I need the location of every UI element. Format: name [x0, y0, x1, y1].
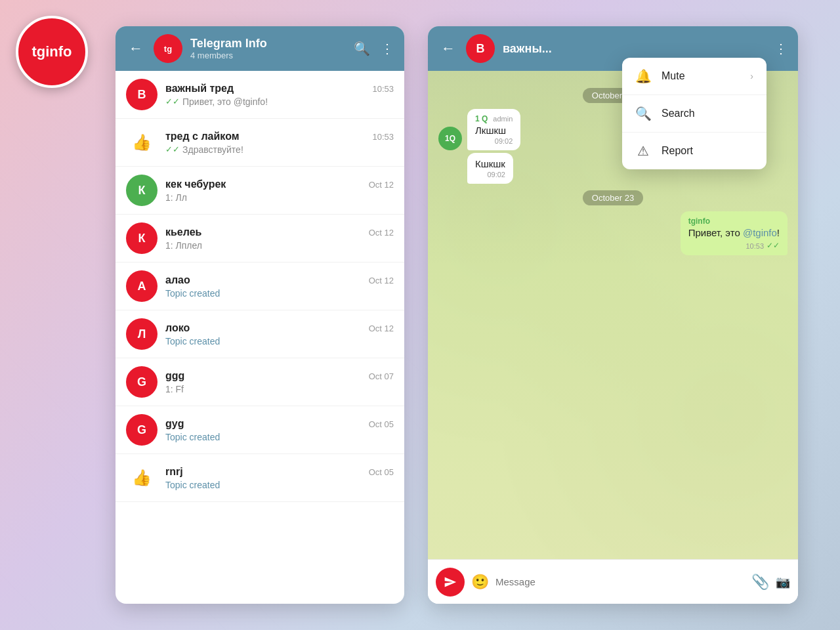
thread-name: тред с лайком [165, 131, 240, 142]
mute-icon: 🔔 [635, 68, 651, 84]
thread-name: локо [165, 322, 190, 334]
context-menu: 🔔 Mute › 🔍 Search ⚠ Report [622, 58, 766, 169]
thread-name: rnrj [165, 466, 183, 478]
thread-preview-row: 1: Лл [165, 192, 394, 203]
thread-content: важный тред 10:53 ✓✓Привет, это @tginfo! [165, 83, 394, 107]
thread-time: Oct 12 [369, 180, 394, 190]
chat-back-button[interactable]: ← [438, 37, 458, 60]
right-panel: ← В важны... ⋮ October 12 1Q 1 Q admin Л… [428, 26, 798, 604]
thread-time: 10:53 [372, 132, 394, 142]
thread-preview-row: Topic created [165, 336, 394, 346]
thread-preview: 1: Ff [165, 384, 184, 394]
thread-preview-row: Topic created [165, 480, 394, 490]
thread-avatar: А [126, 270, 158, 302]
camera-icon[interactable]: 📷 [776, 575, 790, 589]
thread-top: тред с лайком 10:53 [165, 131, 394, 142]
message-input[interactable] [495, 576, 745, 587]
thread-time: Oct 07 [369, 371, 394, 381]
thread-top: ggg Oct 07 [165, 370, 394, 382]
thread-preview-row: ✓✓Здравствуйте! [165, 144, 394, 155]
thread-content: локо Oct 12 Topic created [165, 322, 394, 346]
thread-preview: Topic created [165, 336, 220, 346]
thread-avatar: К [126, 175, 158, 206]
thread-top: кьелеь Oct 12 [165, 226, 394, 238]
thread-content: ggg Oct 07 1: Ff [165, 370, 394, 394]
thread-preview: Topic created [165, 480, 220, 490]
group-title: Telegram Info [190, 37, 346, 51]
chat-title: важны... [503, 42, 766, 56]
message-bubble: 1 Q admin Лкшкш 09:02 [467, 109, 520, 150]
thread-top: важный тред 10:53 [165, 83, 394, 94]
thread-item[interactable]: А алао Oct 12 Topic created [116, 262, 404, 310]
thread-avatar: 👍 [126, 462, 158, 494]
thread-item[interactable]: К кек чебурек Oct 12 1: Лл [116, 167, 404, 215]
thread-preview: Topic created [165, 432, 220, 442]
date-badge-oct23: October 23 [438, 192, 788, 203]
sent-bubble: tginfo Привет, это @tginfo! 10:53 ✓✓ [681, 211, 788, 255]
thread-time: 10:53 [372, 84, 394, 94]
thread-item[interactable]: 👍 тред с лайком 10:53 ✓✓Здравствуйте! [116, 119, 404, 167]
thread-time: Oct 12 [369, 276, 394, 285]
group-avatar: tg [154, 34, 182, 63]
thread-top: кек чебурек Oct 12 [165, 178, 394, 190]
thread-preview-row: Topic created [165, 432, 394, 442]
bubble-text-2: Кшкшк [475, 158, 505, 169]
group-subtitle: 4 members [190, 51, 346, 60]
more-options-icon[interactable]: ⋮ [381, 41, 394, 56]
report-label: Report [662, 145, 753, 157]
thread-preview: Здравствуйте! [182, 144, 243, 155]
message-bubble-2: Кшкшк 09:02 [467, 153, 513, 184]
back-button[interactable]: ← [126, 37, 146, 60]
thread-time: Oct 12 [369, 228, 394, 238]
thread-content: алао Oct 12 Topic created [165, 274, 394, 299]
mute-chevron-icon: › [750, 71, 753, 81]
thread-preview: 1: Лплел [165, 240, 202, 251]
thread-item[interactable]: G gyg Oct 05 Topic created [116, 406, 404, 454]
thread-item[interactable]: 👍 rnrj Oct 05 Topic created [116, 454, 404, 502]
menu-item-mute[interactable]: 🔔 Mute › [622, 58, 766, 95]
thread-item[interactable]: G ggg Oct 07 1: Ff [116, 358, 404, 406]
thread-content: кьелеь Oct 12 1: Лплел [165, 226, 394, 251]
thread-avatar: G [126, 414, 158, 446]
thread-content: gyg Oct 05 Topic created [165, 418, 394, 442]
thread-top: gyg Oct 05 [165, 418, 394, 430]
thread-avatar: 👍 [126, 127, 158, 158]
bubble-time: 09:02 [495, 137, 513, 145]
thread-top: алао Oct 12 [165, 274, 394, 286]
chat-avatar: В [466, 34, 495, 63]
thread-time: Oct 12 [369, 324, 394, 333]
bubble-text: Лкшкш [475, 125, 513, 136]
thread-list: В важный тред 10:53 ✓✓Привет, это @tginf… [116, 71, 404, 604]
thread-item[interactable]: К кьелеь Oct 12 1: Лплел [116, 215, 404, 262]
menu-item-report[interactable]: ⚠ Report [622, 133, 766, 169]
attachment-icon[interactable]: 📎 [751, 574, 769, 591]
thread-avatar: В [126, 79, 158, 110]
chat-more-icon[interactable]: ⋮ [774, 41, 788, 56]
sent-text: Привет, это @tginfo! [688, 227, 780, 238]
search-label: Search [662, 108, 753, 119]
thread-preview-row: Topic created [165, 288, 394, 299]
thread-content: тред с лайком 10:53 ✓✓Здравствуйте! [165, 131, 394, 155]
thread-top: локо Oct 12 [165, 322, 394, 334]
thread-content: кек чебурек Oct 12 1: Лл [165, 178, 394, 203]
thread-avatar: Л [126, 318, 158, 350]
thread-avatar: К [126, 222, 158, 254]
bubble-time-2: 09:02 [487, 171, 505, 178]
bubble-sender: 1 Q [475, 114, 488, 123]
message-avatar: 1Q [438, 127, 462, 150]
search-icon[interactable]: 🔍 [354, 41, 370, 56]
emoji-icon[interactable]: 🙂 [471, 574, 489, 591]
thread-item[interactable]: Л локо Oct 12 Topic created [116, 310, 404, 358]
thread-top: rnrj Oct 05 [165, 466, 394, 478]
check-icon: ✓✓ [165, 96, 180, 106]
search-menu-icon: 🔍 [635, 106, 651, 121]
tginfo-logo: tginfo [16, 16, 88, 88]
left-panel-header: ← tg Telegram Info 4 members 🔍 ⋮ [116, 26, 404, 71]
menu-item-search[interactable]: 🔍 Search [622, 95, 766, 133]
sent-message-row: tginfo Привет, это @tginfo! 10:53 ✓✓ [438, 211, 788, 255]
chat-input-bar: 🙂 📎 📷 [428, 559, 798, 604]
thread-preview-row: 1: Лплел [165, 240, 394, 251]
sent-check-icon: ✓✓ [766, 241, 780, 250]
thread-item[interactable]: В важный тред 10:53 ✓✓Привет, это @tginf… [116, 71, 404, 119]
send-button[interactable] [436, 568, 465, 597]
